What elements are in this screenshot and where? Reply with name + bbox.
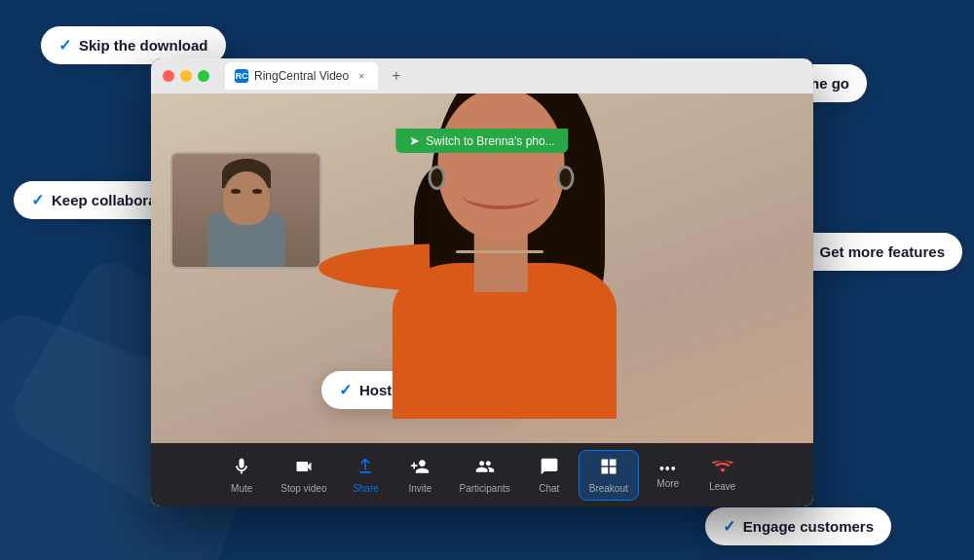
share-icon [356,457,375,481]
toolbar-more[interactable]: ••• More [643,455,693,495]
more-icon: ••• [659,461,677,476]
tab-close-button[interactable]: × [355,69,368,83]
mute-icon [232,457,251,481]
participant-video [172,154,319,267]
chat-label: Chat [539,483,559,494]
check-icon-engage: ✓ [723,517,735,536]
video-area: ➤ Switch to Brenna's pho... [151,93,813,506]
new-tab-button[interactable]: + [386,67,406,85]
traffic-lights [163,70,209,82]
badge-get-label: Get more features [820,243,945,260]
small-video-thumbnail [170,152,321,269]
chat-icon [540,457,559,481]
more-label: More [656,478,679,489]
badge-skip-label: Skip the download [79,37,208,54]
switch-banner-text: Switch to Brenna's pho... [426,134,554,148]
man-face [223,171,270,225]
mute-label: Mute [231,483,252,494]
close-button[interactable] [163,70,174,82]
browser-chrome: RC RingCentral Video × + [151,58,813,93]
video-toolbar: Mute Stop video Share [151,443,813,506]
badge-engage-label: Engage customers [743,518,874,535]
leave-label: Leave [709,481,735,492]
toolbar-share[interactable]: Share [340,451,391,500]
breakout-label: Breakout [589,483,628,494]
toolbar-mute[interactable]: Mute [216,451,267,500]
toolbar-stop-video[interactable]: Stop video [271,451,336,500]
participants-icon [475,457,495,481]
check-icon-skip: ✓ [58,36,71,55]
stop-video-label: Stop video [281,483,326,494]
necklace [456,250,543,253]
toolbar-chat[interactable]: Chat [524,451,575,500]
switch-to-phone-banner[interactable]: ➤ Switch to Brenna's pho... [395,129,568,153]
breakout-icon [599,457,618,481]
check-icon-keep: ✓ [31,191,44,209]
participants-label: Participants [459,483,509,494]
tab-label: RingCentral Video [254,69,349,83]
browser-window: RC RingCentral Video × + ➤ Switch to Bre… [151,58,813,506]
badge-engage: ✓ Engage customers [705,507,891,545]
check-icon-host: ✓ [339,381,352,399]
face-shape [438,93,565,239]
switch-icon: ➤ [409,133,420,148]
maximize-button[interactable] [198,70,209,82]
toolbar-invite[interactable]: Invite [394,451,445,500]
invite-icon [410,457,430,481]
share-label: Share [353,483,379,494]
leave-icon [712,459,733,479]
toolbar-leave[interactable]: Leave [697,453,748,498]
neck-shape [474,234,528,292]
toolbar-breakout[interactable]: Breakout [579,450,639,501]
toolbar-participants[interactable]: Participants [449,451,519,500]
browser-tab[interactable]: RC RingCentral Video × [225,62,378,90]
ringcentral-favicon: RC [235,69,248,83]
minimize-button[interactable] [180,70,192,82]
camera-icon [294,457,314,481]
invite-label: Invite [409,483,432,494]
